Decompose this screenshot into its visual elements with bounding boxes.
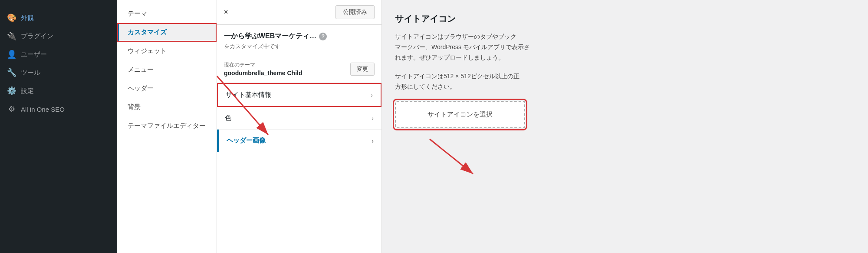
theme-row: 現在のテーマ goodumbrella_theme Child 変更 — [217, 55, 381, 83]
customizer-header: × 公開済み — [217, 0, 381, 25]
submenu-item-theme-editor[interactable]: テーマファイルエディター — [117, 117, 217, 135]
submenu-item-header[interactable]: ヘッダー — [117, 79, 217, 98]
theme-name: goodumbrella_theme Child — [224, 70, 302, 77]
site-title-area: 一から学ぶWEBマーケティ… ? をカスタマイズ中です — [217, 25, 381, 55]
menu-item-site-basic[interactable]: サイト基本情報 › — [217, 83, 381, 107]
sidebar-item-label: プラグイン — [21, 32, 53, 40]
info-title: サイトアイコン — [395, 13, 855, 25]
chevron-right-icon: › — [372, 115, 374, 122]
submenu-label: テーマファイルエディター — [128, 122, 206, 129]
sidebar-item-plugins[interactable]: 🔌 プラグイン — [0, 27, 117, 45]
submenu-label: ヘッダー — [128, 84, 154, 92]
sidebar-item-label: ツール — [21, 69, 40, 77]
menu-item-label: 色 — [225, 114, 231, 122]
menu-item-label: サイト基本情報 — [226, 91, 271, 99]
submenu: テーマ カスタマイズ ウィジェット メニュー ヘッダー 背景 テーマファイルエデ… — [117, 0, 217, 253]
sidebar-item-appearance[interactable]: 🎨 外観 — [0, 9, 117, 27]
customizing-label: をカスタマイズ中です — [224, 43, 375, 50]
submenu-item-background[interactable]: 背景 — [117, 98, 217, 117]
submenu-label: テーマ — [128, 10, 147, 17]
info-desc-1: サイトアイコンはブラウザーのタブやブック マークバー、WordPress モバイ… — [395, 32, 855, 63]
change-theme-button[interactable]: 変更 — [350, 63, 375, 76]
chevron-right-icon: › — [371, 92, 373, 99]
submenu-item-customize[interactable]: カスタマイズ — [117, 23, 217, 42]
submenu-item-widget[interactable]: ウィジェット — [117, 42, 217, 60]
info-desc-2: サイトアイコンは512 × 512ピクセル以上の正 方形にしてください。 — [395, 71, 855, 92]
settings-icon: ⚙️ — [7, 86, 16, 96]
submenu-label: メニュー — [128, 66, 154, 73]
help-icon[interactable]: ? — [319, 33, 327, 40]
sidebar-item-label: 外観 — [21, 14, 34, 22]
chevron-right-icon: › — [372, 137, 374, 144]
sidebar-item-label: ユーザー — [21, 50, 47, 59]
select-icon-button[interactable]: サイトアイコンを選択 — [395, 101, 525, 128]
appearance-icon: 🎨 — [7, 13, 16, 23]
site-name-text: 一から学ぶWEBマーケティ… — [224, 32, 316, 41]
plugin-icon: 🔌 — [7, 31, 16, 41]
submenu-item-menu[interactable]: メニュー — [117, 60, 217, 79]
theme-info: 現在のテーマ goodumbrella_theme Child — [224, 61, 302, 77]
submenu-item-theme[interactable]: テーマ — [117, 4, 217, 23]
sidebar: 🎨 外観 🔌 プラグイン 👤 ユーザー 🔧 ツール ⚙️ 設定 ⚙ All in… — [0, 0, 117, 253]
close-button[interactable]: × — [224, 8, 228, 16]
sidebar-item-label: All in One SEO — [21, 106, 65, 113]
info-panel: サイトアイコン サイトアイコンはブラウザーのタブやブック マークバー、WordP… — [382, 0, 868, 253]
menu-item-label: ヘッダー画像 — [227, 136, 266, 145]
sidebar-item-aio-seo[interactable]: ⚙ All in One SEO — [0, 100, 117, 118]
customizer-panel: × 公開済み 一から学ぶWEBマーケティ… ? をカスタマイズ中です 現在のテー… — [217, 0, 382, 253]
site-name: 一から学ぶWEBマーケティ… ? — [224, 32, 375, 41]
submenu-label: カスタマイズ — [128, 28, 167, 36]
user-icon: 👤 — [7, 50, 16, 59]
sidebar-item-users[interactable]: 👤 ユーザー — [0, 45, 117, 63]
aio-seo-icon: ⚙ — [7, 104, 16, 114]
submenu-label: ウィジェット — [128, 47, 167, 54]
sidebar-item-label: 設定 — [21, 87, 34, 95]
submenu-label: 背景 — [128, 103, 141, 110]
publish-button[interactable]: 公開済み — [335, 5, 375, 19]
menu-item-header-image[interactable]: ヘッダー画像 › — [217, 130, 381, 152]
sidebar-item-settings[interactable]: ⚙️ 設定 — [0, 82, 117, 100]
menu-item-color[interactable]: 色 › — [217, 107, 381, 130]
sidebar-item-tools[interactable]: 🔧 ツール — [0, 63, 117, 82]
menu-list: サイト基本情報 › 色 › ヘッダー画像 › — [217, 83, 381, 152]
tools-icon: 🔧 — [7, 68, 16, 77]
theme-label: 現在のテーマ — [224, 61, 302, 69]
